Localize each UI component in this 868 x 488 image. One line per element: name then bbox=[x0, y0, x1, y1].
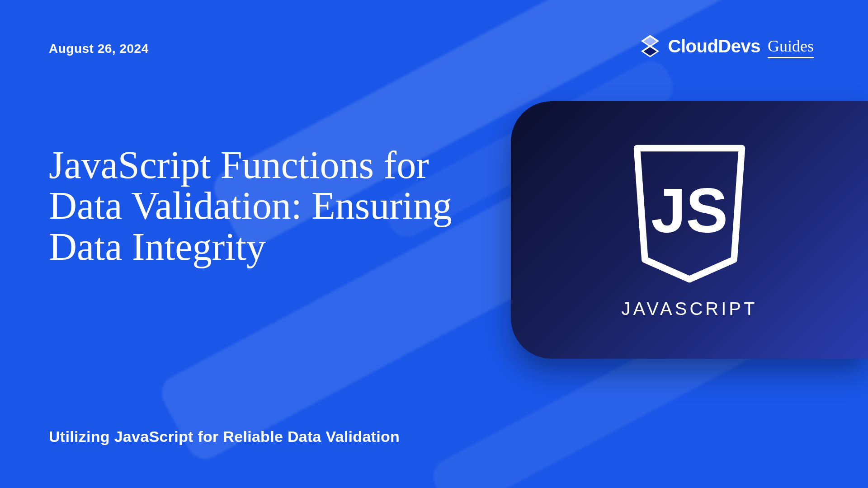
page-title: JavaScript Functions for Data Validation… bbox=[49, 145, 483, 267]
publish-date: August 26, 2024 bbox=[49, 42, 149, 56]
brand-suffix: Guides bbox=[768, 37, 814, 56]
clouddevs-icon bbox=[637, 33, 663, 59]
brand-name: CloudDevs bbox=[668, 36, 760, 56]
javascript-caption: JAVASCRIPT bbox=[622, 299, 758, 319]
shield-text: JS bbox=[651, 175, 728, 245]
page-subtitle: Utilizing JavaScript for Reliable Data V… bbox=[49, 428, 400, 446]
brand-logo: CloudDevs Guides bbox=[637, 33, 814, 59]
javascript-badge-card: JS JAVASCRIPT bbox=[511, 101, 868, 359]
javascript-shield-icon: JS bbox=[624, 141, 755, 286]
